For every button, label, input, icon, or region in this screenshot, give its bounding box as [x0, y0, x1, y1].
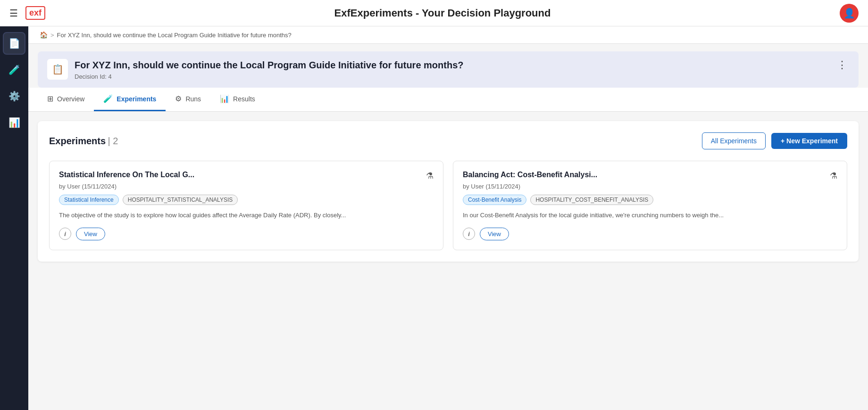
decision-title: For XYZ Inn, should we continue the Loca… — [75, 59, 464, 71]
card-2-view-button[interactable]: View — [480, 228, 509, 240]
experiment-card-2: Balancing Act: Cost-Benefit Analysi... ⚗… — [453, 161, 847, 250]
decision-header-left: 📋 For XYZ Inn, should we continue the Lo… — [47, 59, 464, 80]
experiments-tab-icon: 🧪 — [103, 94, 113, 103]
all-experiments-button[interactable]: All Experiments — [702, 132, 766, 149]
sidebar: 📄 🧪 ⚙️ 📊 — [0, 26, 28, 410]
card-1-info-icon[interactable]: i — [59, 228, 71, 240]
card-1-author: by User (15/11/2024) — [59, 183, 434, 190]
card-2-header: Balancing Act: Cost-Benefit Analysi... ⚗ — [463, 171, 837, 181]
card-2-tag-2: HOSPITALITY_COST_BENEFIT_ANALYSIS — [530, 195, 653, 205]
experiment-card-1: Statistical Inference On The Local G... … — [49, 161, 443, 250]
decision-icon: 📋 — [47, 59, 68, 80]
card-2-info-icon[interactable]: i — [463, 228, 475, 240]
experiments-count: | 2 — [108, 136, 118, 146]
card-2-tag-1: Cost-Benefit Analysis — [463, 195, 526, 205]
experiments-section: Experiments | 2 All Experiments + New Ex… — [38, 121, 859, 262]
card-1-tag-2: HOSPITALITY_STATISTICAL_ANALYSIS — [123, 195, 238, 205]
decision-menu-button[interactable]: ⋮ — [835, 59, 849, 71]
tab-experiments[interactable]: 🧪 Experiments — [94, 88, 166, 111]
card-1-header: Statistical Inference On The Local G... … — [59, 171, 434, 181]
cards-grid: Statistical Inference On The Local G... … — [49, 161, 847, 250]
card-2-title: Balancing Act: Cost-Benefit Analysi... — [463, 171, 597, 179]
breadcrumb: 🏠 > For XYZ Inn, should we continue the … — [28, 26, 868, 44]
sidebar-item-document[interactable]: 📄 — [3, 32, 25, 55]
tab-runs[interactable]: ⚙ Runs — [166, 88, 210, 111]
decision-header: 📋 For XYZ Inn, should we continue the Lo… — [38, 51, 859, 88]
main-body: 📄 🧪 ⚙️ 📊 🏠 > For XYZ Inn, should we cont… — [0, 26, 868, 410]
experiments-title: Experiments — [49, 136, 106, 146]
results-icon: 📊 — [220, 94, 229, 103]
card-1-view-button[interactable]: View — [76, 228, 105, 240]
card-2-author: by User (15/11/2024) — [463, 183, 837, 190]
navbar-left: ☰ exf — [9, 6, 45, 20]
content-area: 🏠 > For XYZ Inn, should we continue the … — [28, 26, 868, 410]
decision-id: Decision Id: 4 — [75, 73, 464, 80]
navbar-title: ExfExperiments - Your Decision Playgroun… — [334, 7, 551, 19]
card-2-tags: Cost-Benefit Analysis HOSPITALITY_COST_B… — [463, 195, 837, 205]
card-1-description: The objective of the study is to explore… — [59, 211, 434, 220]
card-1-footer: i View — [59, 228, 434, 240]
card-1-title: Statistical Inference On The Local G... — [59, 171, 194, 179]
card-2-description: In our Cost-Benefit Analysis for the loc… — [463, 211, 837, 220]
page-content: Experiments | 2 All Experiments + New Ex… — [28, 112, 868, 410]
breadcrumb-current: For XYZ Inn, should we continue the Loca… — [57, 32, 292, 39]
experiments-header: Experiments | 2 All Experiments + New Ex… — [49, 132, 847, 149]
sidebar-item-flask[interactable]: 🧪 — [3, 58, 25, 81]
hamburger-icon[interactable]: ☰ — [9, 8, 18, 19]
runs-icon: ⚙ — [175, 94, 182, 103]
card-1-tags: Statistical Inference HOSPITALITY_STATIS… — [59, 195, 434, 205]
chart-icon: 📊 — [8, 117, 20, 128]
settings-icon: ⚙️ — [8, 90, 20, 102]
navbar: ☰ exf ExfExperiments - Your Decision Pla… — [0, 0, 868, 26]
card-1-flask-icon: ⚗ — [426, 171, 434, 181]
avatar[interactable]: 👤 — [840, 4, 859, 23]
card-2-footer: i View — [463, 228, 837, 240]
experiments-actions: All Experiments + New Experiment — [702, 132, 847, 149]
tab-results[interactable]: 📊 Results — [210, 88, 265, 111]
card-2-flask-icon: ⚗ — [830, 171, 837, 181]
sidebar-item-settings[interactable]: ⚙️ — [3, 85, 25, 107]
logo-text: exf — [25, 6, 45, 20]
overview-icon: ⊞ — [47, 94, 53, 103]
card-1-tag-1: Statistical Inference — [59, 195, 119, 205]
breadcrumb-separator: > — [50, 32, 54, 39]
tab-overview[interactable]: ⊞ Overview — [38, 88, 94, 111]
logo: exf — [25, 6, 45, 20]
flask-icon: 🧪 — [8, 64, 20, 75]
new-experiment-button[interactable]: + New Experiment — [771, 133, 847, 149]
tabs: ⊞ Overview 🧪 Experiments ⚙ Runs 📊 Result… — [28, 88, 868, 112]
experiments-title-group: Experiments | 2 — [49, 136, 118, 147]
breadcrumb-home-icon: 🏠 — [40, 31, 48, 39]
sidebar-item-chart[interactable]: 📊 — [3, 111, 25, 134]
document-icon: 📄 — [8, 38, 20, 49]
decision-info: For XYZ Inn, should we continue the Loca… — [75, 59, 464, 80]
